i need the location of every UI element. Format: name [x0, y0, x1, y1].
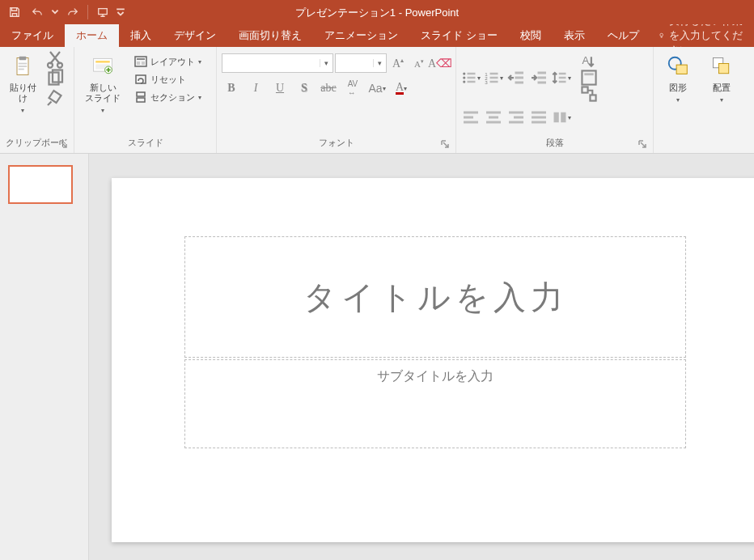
align-right-button[interactable]: [506, 108, 526, 126]
text-direction-button[interactable]: A: [581, 53, 597, 70]
change-case-button[interactable]: Aa▾: [367, 79, 387, 97]
tab-animations[interactable]: アニメーション: [313, 24, 409, 47]
new-slide-button[interactable]: 新しい スライド ▾: [79, 50, 126, 118]
reset-button[interactable]: リセット: [131, 71, 205, 87]
tab-design[interactable]: デザイン: [163, 24, 227, 47]
tell-me-search[interactable]: 実行したい作業を入力してください: [650, 24, 754, 47]
new-slide-label: 新しい スライド: [85, 83, 121, 104]
cut-button[interactable]: [45, 50, 65, 68]
copy-button[interactable]: [45, 70, 65, 87]
section-button[interactable]: セクション ▾: [131, 89, 205, 105]
group-slides-label: スライド: [128, 138, 163, 147]
group-paragraph-label: 段落: [546, 138, 564, 147]
shapes-label: 図形: [669, 83, 687, 93]
format-painter-button[interactable]: [45, 89, 65, 107]
justify-button[interactable]: [529, 108, 549, 126]
svg-rect-17: [137, 62, 140, 65]
decrease-font-button[interactable]: A▾: [409, 54, 429, 72]
tab-transitions[interactable]: 画面切り替え: [227, 24, 313, 47]
title-placeholder-text: タイトルを入力: [303, 275, 568, 320]
subtitle-placeholder[interactable]: サブタイトルを入力: [184, 359, 686, 448]
svg-point-26: [463, 80, 465, 83]
increase-indent-button[interactable]: [529, 69, 549, 87]
chevron-down-icon[interactable]: ▾: [373, 59, 386, 67]
title-placeholder[interactable]: タイトルを入力: [184, 236, 686, 358]
columns-button[interactable]: ▾: [552, 108, 571, 126]
underline-button[interactable]: U: [270, 79, 290, 97]
tab-view[interactable]: 表示: [553, 24, 596, 47]
chevron-down-icon: ▾: [198, 58, 201, 66]
shadow-button[interactable]: S: [294, 79, 314, 97]
start-from-beginning-icon[interactable]: [93, 2, 112, 22]
layout-label: レイアウト: [150, 56, 195, 68]
tab-home[interactable]: ホーム: [65, 24, 119, 47]
svg-rect-39: [538, 82, 547, 84]
svg-text:A: A: [582, 54, 589, 66]
font-size-combo[interactable]: ▾: [335, 53, 387, 73]
slide-thumbnails-pane[interactable]: [0, 154, 89, 560]
font-color-button[interactable]: A ▾: [392, 79, 411, 97]
svg-rect-29: [490, 73, 498, 75]
decrease-font-icon: A▾: [414, 58, 424, 69]
slide-thumbnail-1[interactable]: [8, 165, 73, 204]
undo-dropdown-icon[interactable]: [50, 2, 60, 22]
svg-rect-16: [137, 58, 145, 60]
svg-rect-54: [509, 112, 523, 114]
clipboard-dialog-launcher[interactable]: [57, 140, 69, 151]
char-spacing-button[interactable]: AV↔: [343, 79, 362, 97]
font-name-combo[interactable]: ▾: [222, 53, 333, 73]
svg-rect-61: [561, 112, 566, 123]
font-dialog-launcher[interactable]: [439, 140, 451, 151]
tab-file[interactable]: ファイル: [0, 24, 65, 47]
numbering-button[interactable]: 123▾: [484, 69, 503, 87]
tab-insert[interactable]: 挿入: [119, 24, 163, 47]
slide-canvas-area[interactable]: タイトルを入力 サブタイトルを入力: [89, 154, 754, 560]
svg-rect-57: [532, 112, 546, 114]
qat-customize-icon[interactable]: [116, 2, 125, 22]
arrange-label: 配置: [713, 83, 731, 93]
smartart-button[interactable]: [581, 86, 597, 102]
tab-help[interactable]: ヘルプ: [596, 24, 650, 47]
chevron-down-icon: ▾: [383, 85, 386, 92]
chevron-down-icon: ▾: [21, 107, 24, 115]
svg-point-1: [659, 33, 663, 36]
justify-icon: [529, 108, 549, 127]
increase-font-button[interactable]: A▴: [388, 54, 408, 72]
decrease-indent-button[interactable]: [506, 69, 526, 87]
strikethrough-button[interactable]: abc: [319, 79, 338, 97]
save-icon[interactable]: [5, 2, 24, 22]
svg-rect-65: [719, 64, 729, 74]
italic-button[interactable]: I: [246, 79, 265, 97]
svg-rect-50: [464, 121, 478, 124]
clear-formatting-button[interactable]: A⌫: [430, 54, 450, 72]
bold-button[interactable]: B: [222, 79, 241, 97]
subtitle-placeholder-text: サブタイトルを入力: [377, 368, 493, 385]
align-left-button[interactable]: [461, 108, 481, 126]
bullets-button[interactable]: ▾: [461, 69, 481, 87]
undo-icon[interactable]: [28, 2, 47, 22]
svg-rect-60: [554, 112, 559, 123]
bold-icon: B: [227, 82, 235, 95]
align-text-button[interactable]: [581, 70, 597, 86]
arrange-button[interactable]: 配置 ▾: [702, 50, 741, 108]
svg-rect-3: [19, 57, 27, 60]
paste-button[interactable]: 貼り付け ▾: [5, 50, 40, 118]
format-painter-icon: [45, 88, 65, 108]
paragraph-dialog-launcher[interactable]: [637, 140, 648, 151]
line-spacing-button[interactable]: ▾: [552, 69, 571, 87]
svg-rect-59: [532, 121, 546, 124]
slide[interactable]: タイトルを入力 サブタイトルを入力: [112, 178, 754, 542]
layout-button[interactable]: レイアウト ▾: [131, 53, 205, 70]
bullets-icon: [461, 70, 477, 86]
columns-icon: [552, 109, 568, 125]
shapes-button[interactable]: 図形 ▾: [659, 50, 697, 108]
chevron-down-icon: ▾: [101, 107, 104, 115]
chevron-down-icon[interactable]: ▾: [320, 59, 333, 67]
svg-rect-47: [590, 95, 595, 100]
svg-rect-40: [559, 73, 566, 75]
svg-rect-35: [515, 77, 524, 79]
tab-review[interactable]: 校閲: [509, 24, 553, 47]
align-center-button[interactable]: [484, 108, 503, 126]
tab-slideshow[interactable]: スライド ショー: [409, 24, 509, 47]
redo-icon[interactable]: [63, 2, 83, 22]
